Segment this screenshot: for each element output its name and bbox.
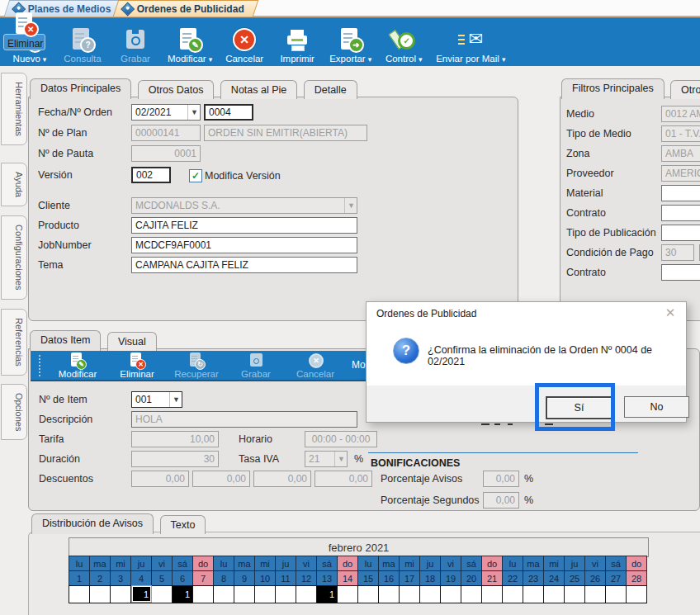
item-cancelar-button[interactable]: ✕ Cancelar bbox=[286, 351, 344, 381]
calendar-dow-cell: do bbox=[482, 556, 503, 570]
save-floppy-icon bbox=[248, 352, 264, 368]
grabar-button[interactable]: Grabar bbox=[109, 18, 162, 67]
calendar-value-cell[interactable] bbox=[276, 585, 296, 603]
dialog-footer: Sí No bbox=[367, 386, 686, 422]
calendar-value-cell[interactable] bbox=[400, 585, 420, 603]
tab-distribucion-de-avisos[interactable]: Distribución de Avisos bbox=[31, 513, 154, 534]
calendar-value-cell[interactable] bbox=[90, 585, 111, 603]
calendar-value-cell[interactable] bbox=[69, 585, 90, 603]
contrato2-input[interactable] bbox=[661, 264, 700, 281]
calendar-value-cell[interactable]: 1 bbox=[317, 585, 338, 603]
proveedor-input bbox=[661, 165, 700, 182]
modificar-button[interactable]: ✎ Modificar▾ bbox=[162, 18, 218, 67]
imprimir-button[interactable]: Imprimir bbox=[271, 18, 324, 67]
window-tab-bar: Planes de Medios Ordenes de Publicidad bbox=[0, 0, 700, 17]
app-window: Planes de Medios Ordenes de Publicidad +… bbox=[0, 0, 700, 615]
calendar-value-cell[interactable] bbox=[461, 585, 482, 603]
consulta-button[interactable]: ? Consulta bbox=[56, 18, 109, 67]
calendar-value-cell[interactable] bbox=[214, 585, 234, 603]
producto-input[interactable] bbox=[131, 217, 357, 234]
item-number-select[interactable]: 001▼ bbox=[131, 391, 182, 408]
jobnumber-label: JobNumber bbox=[38, 239, 92, 251]
item-modificar-button[interactable]: ✎ Modificar bbox=[49, 351, 106, 381]
tema-input[interactable] bbox=[131, 257, 357, 273]
calendar-value-cell[interactable]: 1 bbox=[131, 585, 152, 603]
contrato-input[interactable] bbox=[661, 205, 700, 221]
calendar-dow-cell: mi bbox=[400, 556, 420, 570]
material-input[interactable] bbox=[661, 185, 700, 201]
version-input[interactable] bbox=[131, 167, 171, 183]
calendar-value-cell[interactable] bbox=[585, 585, 606, 603]
enviar-por-mail-button[interactable]: ✉ Enviar por Mail▾ bbox=[430, 18, 511, 67]
toolbar-grip-handle[interactable] bbox=[39, 355, 40, 376]
calendar-value-cell[interactable] bbox=[503, 585, 523, 603]
calendar-value-cell[interactable] bbox=[358, 585, 379, 603]
window-tab-ordenes-de-publicidad[interactable]: Ordenes de Publicidad bbox=[113, 0, 258, 17]
calendar-value-cell[interactable] bbox=[565, 585, 585, 603]
cancelar-button[interactable]: ✕ Cancelar bbox=[218, 18, 271, 67]
sidebar-item-referencias[interactable]: Referencias bbox=[1, 309, 27, 376]
tab-texto[interactable]: Texto bbox=[160, 515, 206, 534]
close-icon[interactable] bbox=[663, 305, 678, 320]
item-tabs: Datos Item Visual bbox=[30, 330, 159, 351]
calendar-date-cell: 17 bbox=[400, 570, 420, 585]
calendar-date-cell: 22 bbox=[503, 570, 523, 585]
calendar-value-cell[interactable] bbox=[523, 585, 544, 603]
order-number-input[interactable] bbox=[204, 104, 253, 121]
tipo-publicacion-input[interactable] bbox=[661, 225, 700, 241]
exportar-button[interactable]: ➜ Exportar▾ bbox=[324, 18, 377, 67]
calendar-dow-cell: ma bbox=[234, 556, 255, 570]
duracion-label: Duración bbox=[39, 453, 80, 465]
calendar-value-cell[interactable] bbox=[234, 585, 255, 603]
calendar-value-cell[interactable] bbox=[379, 585, 400, 603]
calendar-value-cell[interactable] bbox=[296, 585, 317, 603]
tab-otros-datos[interactable]: Otros Datos bbox=[138, 80, 215, 99]
plan-number-input bbox=[131, 125, 201, 141]
calendar-value-cell[interactable] bbox=[544, 585, 565, 603]
cliente-label: Cliente bbox=[38, 200, 70, 211]
calendar-value-cell[interactable] bbox=[338, 585, 358, 603]
item-recuperar-button[interactable]: ↻ Recuperar bbox=[168, 351, 225, 381]
mail-icon: ✉ bbox=[458, 27, 483, 52]
condicion-pago-label: Condición de Pago bbox=[566, 247, 654, 258]
tab-datos-item[interactable]: Datos Item bbox=[30, 330, 101, 351]
calendar-value-cell[interactable] bbox=[627, 585, 647, 603]
descuentos-label: Descuentos bbox=[39, 473, 93, 485]
calendar-value-cell[interactable] bbox=[111, 585, 131, 603]
order-form-tabs: Datos Principales Otros Datos Notas al P… bbox=[30, 78, 360, 99]
tab-notas-al-pie[interactable]: Notas al Pie bbox=[220, 80, 297, 99]
sidebar-item-configuraciones[interactable]: Configuraciones bbox=[1, 215, 27, 300]
item-eliminar-button[interactable]: ✕ Eliminar bbox=[108, 351, 166, 381]
tab-filtros-principales[interactable]: Filtros Principales bbox=[561, 78, 665, 99]
sidebar-item-opciones[interactable]: Opciones bbox=[1, 384, 27, 440]
recover-document-icon: ↻ bbox=[188, 352, 205, 368]
tab-filtros-otros[interactable]: Otros bbox=[670, 80, 700, 99]
sidebar-item-herramientas[interactable]: Herramientas bbox=[1, 73, 27, 145]
calendar-dow-row: lumamijuvisádolumamijuvisádolumamijuvisá… bbox=[69, 556, 647, 570]
calendar-dow-cell: lu bbox=[69, 556, 90, 570]
calendar-dow-cell: ma bbox=[90, 556, 111, 570]
tab-datos-principales[interactable]: Datos Principales bbox=[30, 78, 131, 99]
calendar-value-cell[interactable] bbox=[606, 585, 627, 603]
tab-visual[interactable]: Visual bbox=[107, 332, 157, 351]
calendar-value-cell[interactable] bbox=[152, 585, 173, 603]
tab-detalle[interactable]: Detalle bbox=[304, 80, 357, 99]
item-grabar-button[interactable]: Grabar bbox=[227, 351, 285, 381]
medio-input bbox=[661, 106, 700, 122]
calendar-date-cell: 4 bbox=[131, 570, 152, 585]
calendar-dow-cell: ju bbox=[131, 556, 152, 570]
control-button[interactable]: ✓ Control▾ bbox=[377, 18, 430, 67]
calendar-value-cell[interactable] bbox=[255, 585, 276, 603]
modifica-version-checkbox[interactable] bbox=[189, 169, 202, 182]
calendar-value-cell[interactable] bbox=[441, 585, 461, 603]
calendar-dow-cell: do bbox=[193, 556, 214, 570]
calendar-value-cell[interactable] bbox=[482, 585, 503, 603]
no-button[interactable]: No bbox=[624, 396, 689, 418]
calendar-value-cell[interactable] bbox=[420, 585, 441, 603]
eliminar-button[interactable]: ✕ Eliminar bbox=[3, 34, 45, 50]
fecha-period-select[interactable]: 02/2021▼ bbox=[131, 104, 201, 121]
jobnumber-input[interactable] bbox=[131, 237, 357, 253]
calendar-value-cell[interactable]: 1 bbox=[173, 585, 193, 603]
sidebar-item-ayuda[interactable]: Ayuda bbox=[1, 163, 27, 206]
calendar-value-cell[interactable] bbox=[193, 585, 214, 603]
